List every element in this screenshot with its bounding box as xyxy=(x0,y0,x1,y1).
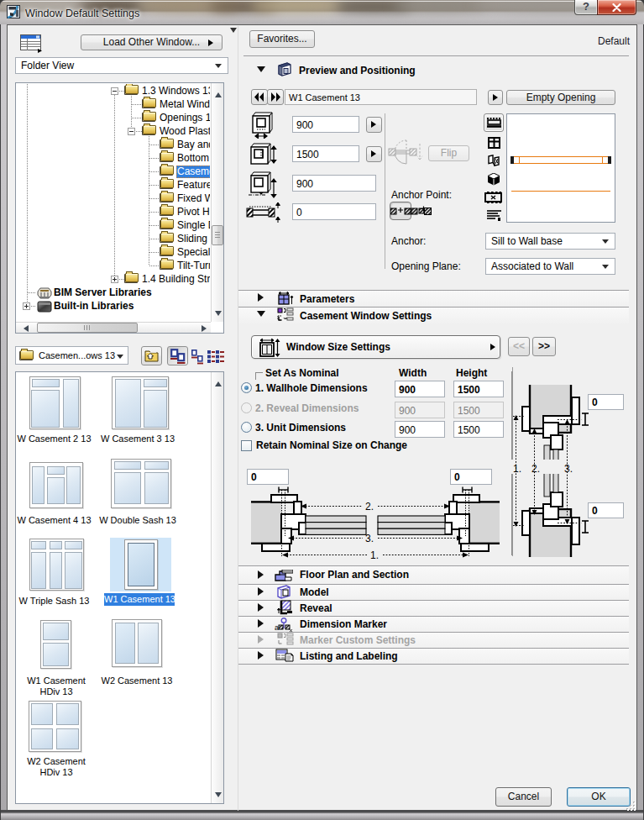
svg-text:3.: 3. xyxy=(365,533,374,544)
svg-text:3.: 3. xyxy=(564,463,573,475)
svg-text:2.: 2. xyxy=(531,463,540,475)
svg-text:a: a xyxy=(275,623,279,632)
svg-text:2.: 2. xyxy=(365,501,374,512)
svg-text:1.: 1. xyxy=(513,463,521,475)
svg-text:1.: 1. xyxy=(370,549,379,561)
